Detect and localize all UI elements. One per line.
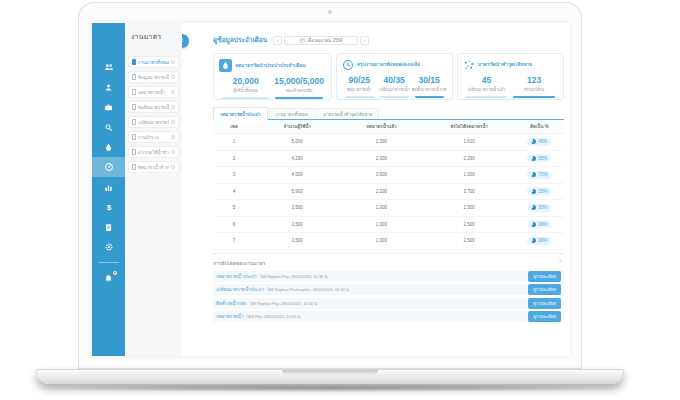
laptop-base <box>36 369 624 384</box>
section-title: ดูข้อมูลประจำเดือน <box>213 35 267 45</box>
pie-chart-icon <box>531 156 536 161</box>
info-icon[interactable] <box>171 105 176 110</box>
stat-value: 20,000 <box>219 76 272 86</box>
sidebar-item-user[interactable] <box>92 77 125 97</box>
table-row[interactable]: 63,5001,0002,50030% <box>213 217 564 234</box>
table-row[interactable]: 15,0002,3901,61045% <box>213 134 564 151</box>
settings-icon <box>104 242 114 252</box>
update-meta: โดย Php, 28/05/2020, 10:20 น. <box>246 313 525 320</box>
stat-label: ยังไม่เปลี่ยน <box>510 86 558 93</box>
update-meta: โดย Nophat Php, 28/05/2020, 10:30 น. <box>260 273 526 280</box>
menu-item-label: ตัดมาตรน้ำค้างชำระ/ถาวร <box>138 164 169 171</box>
stat: 90/25ติดมาตรวัดน้ำ <box>342 75 377 98</box>
zones-table: เขตจำนวนผู้ใช้น้ำจดมาตรน้ำแล้วยังไม่ได้จ… <box>213 120 564 250</box>
pie-chart-icon <box>531 238 536 243</box>
update-link[interactable]: ติดตั้งวัดน้ำกลับ <box>216 300 246 307</box>
sidebar-item-meter[interactable] <box>92 157 125 177</box>
document-icon <box>132 74 136 80</box>
info-icon[interactable] <box>171 150 176 155</box>
percent-value: 25% <box>538 189 547 194</box>
view-details-button[interactable]: ดูรายละเอียด <box>528 271 561 282</box>
stat-label: เปลี่ยนมาตรวัดน้ำ <box>377 86 412 93</box>
update-link[interactable]: จดมาตรวัดน้ำประปา <box>216 273 257 280</box>
stat: 123ยังไม่เปลี่ยน <box>510 75 558 98</box>
stat-underline <box>345 96 374 98</box>
next-month-button[interactable]: › <box>360 36 369 45</box>
table-row[interactable]: 34,0003,0001,00070% <box>213 167 564 184</box>
laptop-shadow <box>30 384 630 392</box>
info-icon[interactable] <box>171 120 176 125</box>
percent-badge: 30% <box>527 237 551 245</box>
menu-item-0[interactable]: งานมาตรทั้งหมด <box>128 56 179 68</box>
table-cell: 2 <box>213 156 255 161</box>
menu-item-1[interactable]: ข้อมูลมาตรวัดน้ำ <box>128 71 179 83</box>
table-cell: 4,000 <box>255 172 339 177</box>
stat-label: ผู้ใช้น้ำทั้งหมด <box>219 87 272 94</box>
menu-item-4[interactable]: เปลี่ยนมาตรวัดน้ำ <box>128 116 179 128</box>
card-header: จดมาตรวัดน้ำประปาประจำเดือน <box>219 59 326 72</box>
sidebar-item-settings[interactable] <box>92 237 125 257</box>
search-icon <box>104 123 113 132</box>
view-details-button[interactable]: ดูรายละเอียด <box>528 284 561 295</box>
sidebar-divider <box>98 262 119 263</box>
table-row[interactable]: 53,5001,0002,50030% <box>213 200 564 217</box>
prev-month-button[interactable]: ‹ <box>273 36 282 45</box>
menu-item-label: ฝาก/งดใช้น้ำชั่วคราว <box>138 149 169 156</box>
update-link[interactable]: เปลี่ยนมาตรวัดน้ำประปา <box>216 286 264 293</box>
table-cell: 3,500 <box>255 238 339 243</box>
tab-0[interactable]: จดมาตรวัดน้ำประปา <box>213 107 268 120</box>
tab-2[interactable]: มาตรวัดน้ำชำรุด/เสียหาย <box>316 108 379 120</box>
tab-1[interactable]: งานมาตรทั้งหมด <box>269 108 316 120</box>
table-cell-percent: 70% <box>515 171 564 179</box>
stat-underline <box>513 96 555 98</box>
sidebar-item-briefcase[interactable] <box>92 97 125 117</box>
card-title: จดมาตรวัดน้ำประปาประจำเดือน <box>235 63 306 69</box>
sidebar-item-water-drop[interactable] <box>92 137 125 157</box>
column-header-1: จำนวนผู้ใช้น้ำ <box>255 123 339 130</box>
percent-value: 55% <box>538 156 547 161</box>
sidebar-item-bell[interactable] <box>92 268 125 288</box>
percent-value: 30% <box>538 238 547 243</box>
view-details-button[interactable]: ดูรายละเอียด <box>528 311 561 322</box>
sidebar-item-document[interactable] <box>92 217 125 237</box>
sidebar-item-chart[interactable] <box>92 177 125 197</box>
table-row[interactable]: 24,2902,0002,29055% <box>213 151 564 168</box>
update-link[interactable]: จดมาตรวัดน้ำ <box>216 313 243 320</box>
table-row[interactable]: 45,9002,2003,70025% <box>213 184 564 201</box>
menu-item-3[interactable]: ขอติดมาตรวัดน้ำใหม่ <box>128 101 179 113</box>
card-stats: 20,000ผู้ใช้น้ำทั้งหมด15,000/5,000จดแล้ว… <box>219 76 326 99</box>
card-title: มาตรวัดน้ำชำรุด/เสียหาย <box>478 62 533 68</box>
sub-sidebar: งานมาตร งานมาตรทั้งหมดข้อมูลมาตรวัดน้ำจด… <box>125 23 182 356</box>
info-icon[interactable] <box>171 60 176 65</box>
bell-icon <box>104 274 113 283</box>
sidebar-item-money[interactable]: $ <box>92 197 125 217</box>
laptop-screen: $ งานมาตร งานมาตรทั้งหมดข้อมูลมาตรวัดน้ำ… <box>78 2 582 369</box>
stat-label: ติดตั้งมาตรวัดน้ำกลับ <box>412 86 447 93</box>
document-icon <box>132 149 136 155</box>
menu-item-2[interactable]: จดมาตรวัดน้ำ <box>128 86 179 98</box>
document-icon <box>104 223 113 232</box>
menu-item-7[interactable]: ตัดมาตรน้ำค้างชำระ/ถาวร <box>128 161 179 173</box>
sidebar-item-team[interactable] <box>92 57 125 77</box>
collapse-sidebar-button[interactable]: ‹ <box>182 34 189 48</box>
table-cell: 2,000 <box>339 156 423 161</box>
view-details-button[interactable]: ดูรายละเอียด <box>528 298 561 309</box>
info-icon[interactable] <box>171 135 176 140</box>
menu-item-5[interactable]: งานสำรวจ <box>128 131 179 143</box>
info-icon[interactable] <box>171 75 176 80</box>
chevron-up-icon[interactable]: ˄ <box>559 258 562 264</box>
content-header: ดูข้อมูลประจำเดือน ‹ เดือนตุลาคม 2564 › <box>213 35 564 45</box>
month-selector[interactable]: เดือนตุลาคม 2564 <box>284 36 358 45</box>
table-cell-percent: 30% <box>515 204 564 212</box>
info-icon[interactable] <box>171 165 176 170</box>
info-icon[interactable] <box>171 90 176 95</box>
table-row[interactable]: 73,5001,0002,50030% <box>213 233 564 250</box>
stat-underline <box>275 97 322 99</box>
menu-item-6[interactable]: ฝาก/งดใช้น้ำชั่วคราว <box>128 146 179 158</box>
sidebar-item-search[interactable] <box>92 117 125 137</box>
dots-icon <box>463 59 475 71</box>
update-row: เปลี่ยนมาตรวัดน้ำประปาโดย Nophat Phuthai… <box>213 284 564 295</box>
calendar-icon <box>300 38 305 43</box>
stat-underline <box>415 96 444 98</box>
table-cell: 5,900 <box>255 189 339 194</box>
